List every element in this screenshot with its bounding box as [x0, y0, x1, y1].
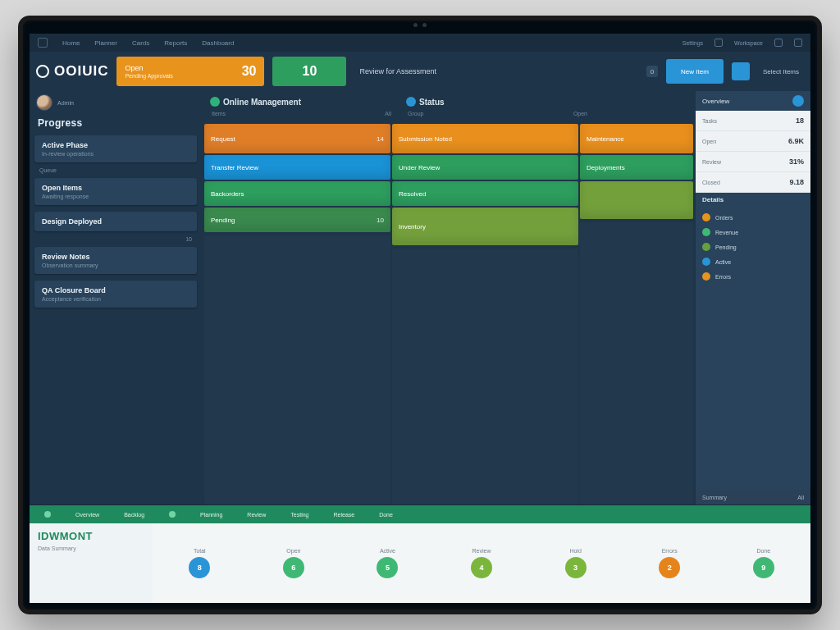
- info-icon[interactable]: [792, 95, 804, 107]
- list-item-label: Orders: [715, 215, 733, 221]
- stat-value: 10: [303, 64, 317, 79]
- stat-label: Open: [125, 64, 172, 72]
- card[interactable]: Transfer Review: [204, 155, 390, 180]
- card-label: Inventory: [399, 223, 426, 231]
- list-item[interactable]: Revenue: [696, 225, 810, 240]
- sidebar-item[interactable]: Active Phase In-review operations: [34, 135, 197, 162]
- avatar[interactable]: [36, 94, 52, 111]
- header-band: OOIUIC Open Pending Approvals 30 10 Revi…: [30, 52, 810, 91]
- count-badge[interactable]: 0: [646, 66, 658, 77]
- info-list: Orders Revenue Pending Active Errors: [696, 207, 810, 491]
- column-sublabel: Items: [212, 111, 226, 124]
- bottom-status-bar: Overview Backlog Planning Review Testing…: [30, 505, 810, 523]
- sidebar-item[interactable]: Open Items Awaiting response: [34, 178, 197, 205]
- app-screen: Home Planner Cards Reports Dashboard Set…: [30, 34, 810, 603]
- metric-circle: 6: [283, 557, 304, 578]
- user-icon[interactable]: [794, 39, 802, 47]
- bar-item[interactable]: Testing: [290, 512, 308, 518]
- main-body: Admin Progress Active Phase In-review op…: [30, 91, 810, 504]
- metric[interactable]: Errors2: [632, 548, 707, 578]
- camera-notch: [413, 23, 427, 27]
- info-label: Closed: [702, 180, 720, 185]
- nav-item[interactable]: Planner: [94, 39, 117, 47]
- metric-label: Done: [756, 548, 770, 554]
- sidebar: Admin Progress Active Phase In-review op…: [30, 91, 202, 504]
- metric-circle: 3: [565, 557, 587, 578]
- metric[interactable]: Review4: [445, 548, 519, 578]
- list-item[interactable]: Active: [696, 254, 810, 269]
- stat-card-green[interactable]: 10: [272, 57, 346, 86]
- sidebar-item[interactable]: Design Deployed: [34, 212, 197, 231]
- info-row[interactable]: Open6.9K: [696, 131, 810, 152]
- info-label: Open: [702, 139, 716, 144]
- card[interactable]: [580, 181, 693, 219]
- metric-circle: 5: [377, 557, 398, 578]
- brand-text: OOIUIC: [54, 63, 108, 80]
- card[interactable]: Resolved: [392, 181, 578, 206]
- bar-item[interactable]: Overview: [75, 512, 99, 518]
- info-row[interactable]: Closed9.18: [696, 172, 810, 193]
- sidebar-item-sub: In-review operations: [42, 151, 189, 157]
- metric-label: Active: [380, 548, 395, 554]
- bar-item[interactable]: Release: [333, 512, 354, 518]
- brand-logo[interactable]: OOIUIC: [36, 63, 108, 80]
- bar-item[interactable]: Planning: [200, 512, 222, 518]
- nav-item[interactable]: Dashboard: [202, 39, 234, 47]
- dot-icon: [702, 243, 710, 251]
- info-row[interactable]: Tasks18: [696, 111, 810, 131]
- sidebar-item[interactable]: Review Notes Observation summary: [34, 247, 197, 274]
- metric[interactable]: Done9: [726, 548, 801, 578]
- card[interactable]: Submission Noted: [392, 124, 578, 153]
- footer-label: Summary: [702, 495, 727, 500]
- metric-circle: 2: [659, 557, 680, 578]
- nav-right-item[interactable]: Workspace: [734, 40, 763, 46]
- metric[interactable]: Hold3: [538, 548, 613, 578]
- metric-label: Total: [194, 548, 206, 554]
- list-item-label: Pending: [715, 244, 737, 250]
- metric[interactable]: Open6: [257, 548, 331, 578]
- status-dot-icon: [169, 511, 176, 518]
- bar-item[interactable]: Backlog: [124, 512, 144, 518]
- stat-card-open[interactable]: Open Pending Approvals 30: [116, 57, 264, 86]
- metric[interactable]: Total8: [162, 548, 237, 578]
- list-item[interactable]: Orders: [696, 210, 810, 225]
- action-button[interactable]: [732, 62, 750, 80]
- dot-icon: [702, 228, 710, 236]
- card-label: Deployments: [587, 164, 625, 171]
- nav-right-item[interactable]: Settings: [682, 40, 703, 46]
- sidebar-item[interactable]: QA Closure Board Acceptance verification: [34, 281, 197, 308]
- nav-item[interactable]: Cards: [132, 39, 149, 47]
- card[interactable]: Pending10: [204, 208, 390, 232]
- card[interactable]: Maintenance: [580, 124, 693, 153]
- dot-icon: [702, 258, 710, 266]
- sidebar-item-sub: Acceptance verification: [42, 296, 189, 302]
- metric-circle: 9: [753, 557, 774, 578]
- card[interactable]: Under Review: [392, 155, 578, 180]
- grid-icon[interactable]: [774, 39, 783, 47]
- card[interactable]: Request14: [204, 124, 390, 153]
- info-value: 31%: [789, 158, 804, 166]
- bar-item[interactable]: Done: [379, 512, 393, 518]
- nav-item[interactable]: Reports: [164, 39, 187, 47]
- bottom-main: IDWMONT Data Summary Total8 Open6 Active…: [30, 523, 810, 603]
- card[interactable]: Inventory: [392, 208, 578, 245]
- footer-link[interactable]: All: [797, 495, 804, 500]
- card-label: Submission Noted: [399, 135, 452, 143]
- card[interactable]: Deployments: [580, 155, 693, 180]
- select-items-text: Select Items: [758, 68, 804, 75]
- card[interactable]: Backorders: [204, 181, 390, 206]
- app-menu-icon[interactable]: [38, 38, 48, 48]
- metric-label: Review: [472, 548, 491, 554]
- notification-icon[interactable]: [714, 39, 723, 47]
- column-sublabel: Group: [408, 111, 423, 124]
- list-item[interactable]: Pending: [696, 240, 810, 254]
- device-frame: Home Planner Cards Reports Dashboard Set…: [18, 16, 822, 614]
- new-item-button[interactable]: New Item: [666, 59, 724, 84]
- info-row[interactable]: Review31%: [696, 152, 810, 172]
- metric[interactable]: Active5: [350, 548, 425, 578]
- bar-item[interactable]: Review: [247, 512, 266, 518]
- stat-sublabel: Pending Approvals: [125, 73, 172, 79]
- nav-item[interactable]: Home: [62, 39, 80, 47]
- list-item[interactable]: Errors: [696, 269, 810, 284]
- status-dot-icon: [406, 97, 416, 107]
